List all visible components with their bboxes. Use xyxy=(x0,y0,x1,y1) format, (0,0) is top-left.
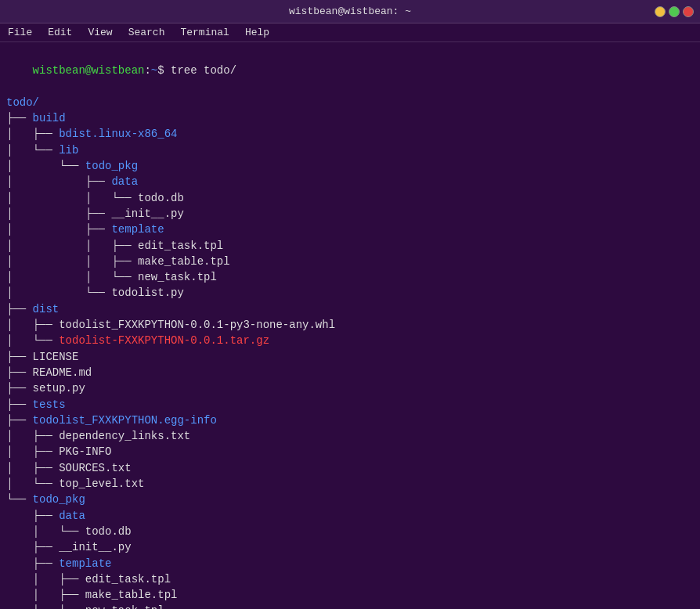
prompt-path-1: ~ xyxy=(151,64,157,77)
tree-line-19: ├── tests xyxy=(6,397,694,413)
tree-line-10: │ │ ├── make_table.tpl xyxy=(6,254,694,269)
tree-line-15: │ └── todolist-FXXKPYTHON-0.0.1.tar.gz xyxy=(6,333,694,348)
tree-line-25: └── todo_pkg xyxy=(6,492,694,507)
tree-line-16: ├── LICENSE xyxy=(6,349,694,365)
menu-view[interactable]: View xyxy=(80,25,120,40)
tree-line-14: │ ├── todolist_FXXKPYTHON-0.0.1-py3-none… xyxy=(6,317,694,333)
terminal[interactable]: wistbean@wistbean:~$ tree todo/ todo/ ├─… xyxy=(0,42,700,609)
tree-line-20: ├── todolist_FXXKPYTHON.egg-info xyxy=(6,413,694,428)
maximize-button[interactable] xyxy=(669,6,680,17)
menu-search[interactable]: Search xyxy=(121,25,173,40)
tree-line-21: │ ├── dependency_links.txt xyxy=(6,428,694,444)
tree-line-12: │ └── todolist.py xyxy=(6,285,694,301)
tree-line-8: │ ├── template xyxy=(6,222,694,237)
tree-line-4: │ └── todo_pkg xyxy=(6,158,694,174)
command-1: tree todo/ xyxy=(171,64,236,77)
tree-line-18: ├── setup.py xyxy=(6,380,694,396)
window-controls xyxy=(655,6,694,17)
prompt-user-1: wistbean@wistbean xyxy=(33,64,145,77)
tree-line-7: │ ├── __init__.py xyxy=(6,206,694,222)
tree-line-32: │ └── new_task.tpl xyxy=(6,603,694,609)
tree-line-3: │ └── lib xyxy=(6,142,694,158)
minimize-button[interactable] xyxy=(655,6,666,17)
tree-line-9: │ │ ├── edit_task.tpl xyxy=(6,238,694,254)
close-button[interactable] xyxy=(683,6,694,17)
tree-line-27: │ └── todo.db xyxy=(6,524,694,539)
menu-terminal[interactable]: Terminal xyxy=(172,25,236,40)
menu-file[interactable]: File xyxy=(0,25,40,40)
tree-line-29: ├── template xyxy=(6,556,694,571)
title-bar: wistbean@wistbean: ~ xyxy=(0,0,700,23)
menu-edit[interactable]: Edit xyxy=(40,25,80,40)
tree-line-26: ├── data xyxy=(6,508,694,524)
tree-line-24: │ └── top_level.txt xyxy=(6,476,694,492)
tree-line-0: todo/ xyxy=(6,95,694,110)
tree-line-11: │ │ └── new_task.tpl xyxy=(6,269,694,285)
tree-line-28: ├── __init__.py xyxy=(6,539,694,555)
tree-line-17: ├── README.md xyxy=(6,365,694,380)
tree-line-22: │ ├── PKG-INFO xyxy=(6,444,694,459)
menu-help[interactable]: Help xyxy=(237,25,277,40)
tree-line-5: │ ├── data xyxy=(6,174,694,189)
menu-bar: File Edit View Search Terminal Help xyxy=(0,23,700,42)
tree-line-31: │ ├── make_table.tpl xyxy=(6,587,694,603)
tree-line-30: │ ├── edit_task.tpl xyxy=(6,571,694,587)
tree-line-1: ├── build xyxy=(6,110,694,126)
tree-line-13: ├── dist xyxy=(6,301,694,317)
tree-line-2: │ ├── bdist.linux-x86_64 xyxy=(6,126,694,142)
tree-line-6: │ │ └── todo.db xyxy=(6,190,694,206)
tree-line-23: │ ├── SOURCES.txt xyxy=(6,460,694,476)
title-text: wistbean@wistbean: ~ xyxy=(289,5,411,17)
prompt-line-1: wistbean@wistbean:~$ tree todo/ xyxy=(6,47,694,95)
